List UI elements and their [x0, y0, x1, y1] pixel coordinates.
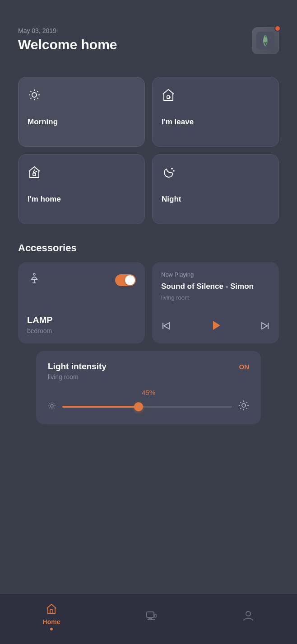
scene-grid: Morning I'm leave: [0, 68, 297, 233]
accessories-grid: LAMP bedroom Now Playing Sound of Silenc…: [18, 262, 279, 343]
scene-im-leave-label: I'm leave: [162, 118, 194, 127]
lamp-toggle[interactable]: [115, 274, 136, 286]
notification-dot: [274, 25, 281, 32]
devices-nav-icon: [145, 610, 157, 624]
li-room: living room: [48, 373, 249, 381]
slider-thumb[interactable]: [134, 402, 143, 411]
welcome-text: Welcome home: [18, 37, 117, 52]
light-intensity-card: Light intensity ON living room 45%: [36, 351, 261, 424]
scene-night[interactable]: Night: [152, 154, 279, 224]
svg-line-9: [37, 91, 38, 92]
lamp-name: LAMP: [27, 315, 136, 325]
lamp-room: bedroom: [27, 327, 136, 334]
scene-night-label: Night: [162, 195, 181, 204]
accessories-section: Accessories: [0, 233, 297, 432]
li-title: Light intensity: [48, 362, 107, 371]
date-text: May 03, 2019: [18, 27, 117, 34]
svg-point-18: [173, 170, 174, 171]
sun-small-icon: [48, 402, 56, 412]
svg-rect-47: [147, 612, 154, 617]
slider-row: [48, 400, 249, 414]
scene-im-home-label: I'm home: [28, 195, 61, 204]
svg-point-21: [33, 273, 35, 275]
avatar: [252, 27, 279, 54]
svg-line-45: [240, 408, 241, 409]
slider-fill: [62, 406, 139, 408]
toggle-knob: [125, 275, 135, 285]
scene-im-home[interactable]: I'm home: [18, 154, 145, 224]
svg-rect-46: [50, 610, 53, 613]
music-controls: [161, 319, 270, 334]
svg-point-12: [169, 97, 170, 98]
svg-line-10: [31, 98, 32, 99]
scene-im-leave[interactable]: I'm leave: [152, 77, 279, 147]
lamp-top-row: [27, 271, 136, 289]
svg-line-44: [246, 402, 247, 403]
song-room: living room: [161, 294, 270, 301]
header: May 03, 2019 Welcome home: [0, 0, 297, 63]
sun-icon: [28, 88, 41, 105]
li-percentage: 45%: [48, 389, 249, 396]
svg-point-1: [264, 37, 267, 42]
prev-button[interactable]: [161, 321, 171, 333]
sun-large-icon: [238, 400, 249, 414]
accessories-title: Accessories: [18, 242, 279, 254]
lamp-info: LAMP bedroom: [27, 315, 136, 334]
nav-devices[interactable]: [145, 610, 157, 624]
music-card: Now Playing Sound of Silence - Simon liv…: [152, 262, 279, 343]
svg-marker-25: [213, 321, 220, 330]
home-nav-icon: [46, 603, 57, 617]
svg-rect-13: [33, 173, 36, 176]
svg-line-43: [246, 408, 247, 409]
header-left: May 03, 2019 Welcome home: [18, 27, 117, 52]
lamp-icon: [27, 271, 42, 289]
nav-active-dot: [50, 628, 53, 630]
lamp-card: LAMP bedroom: [18, 262, 145, 343]
play-button[interactable]: [209, 319, 222, 334]
svg-line-42: [240, 402, 241, 403]
svg-rect-50: [154, 614, 156, 617]
svg-marker-27: [262, 323, 267, 329]
svg-line-33: [50, 404, 51, 404]
avatar-container[interactable]: [252, 27, 279, 54]
moon-icon: [162, 165, 175, 182]
nav-home[interactable]: Home: [43, 603, 60, 630]
song-title: Sound of Silence - Simon: [161, 282, 270, 291]
light-slider[interactable]: [62, 406, 232, 408]
house-home-icon: [28, 165, 41, 182]
profile-nav-icon: [242, 610, 254, 624]
svg-marker-24: [164, 323, 169, 329]
next-button[interactable]: [260, 321, 270, 333]
svg-line-7: [31, 91, 32, 92]
home-nav-label: Home: [43, 618, 60, 625]
house-leave-icon: [162, 88, 175, 105]
nav-profile[interactable]: [242, 610, 254, 624]
svg-point-37: [242, 404, 246, 407]
svg-point-51: [246, 611, 251, 616]
svg-point-28: [51, 404, 53, 407]
svg-point-2: [32, 93, 37, 97]
now-playing-label: Now Playing: [161, 271, 270, 278]
svg-line-8: [37, 98, 38, 99]
li-top-row: Light intensity ON: [48, 362, 249, 371]
svg-point-14: [33, 171, 35, 173]
svg-line-36: [50, 408, 51, 409]
svg-point-17: [172, 168, 172, 169]
page-container: May 03, 2019 Welcome home: [0, 0, 297, 644]
scene-morning-label: Morning: [28, 118, 58, 127]
bottom-nav: Home: [0, 593, 297, 644]
li-status: ON: [239, 363, 250, 371]
svg-line-34: [54, 408, 55, 409]
svg-line-35: [54, 404, 55, 404]
scene-morning[interactable]: Morning: [18, 77, 145, 147]
